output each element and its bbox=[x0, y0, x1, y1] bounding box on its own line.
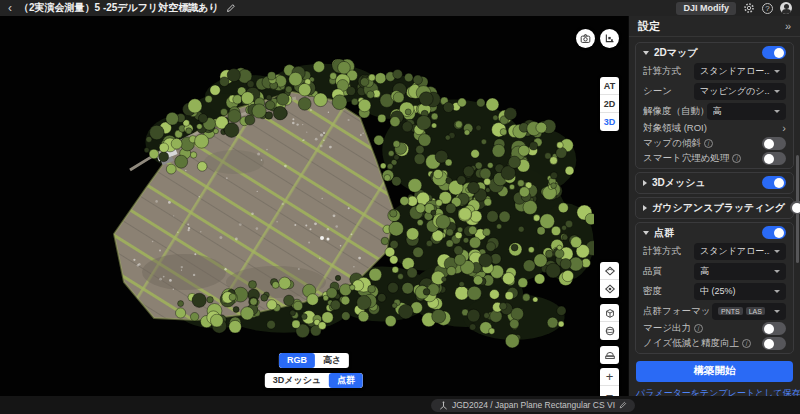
merge-output-toggle[interactable] bbox=[762, 322, 786, 335]
panel-footer: 構築開始 パラメーターをテンプレートとして保存 bbox=[629, 356, 800, 396]
cross-section-icon[interactable] bbox=[600, 346, 619, 364]
start-reconstruction-button[interactable]: 構築開始 bbox=[636, 361, 793, 382]
calc-method-dropdown[interactable]: スタンドアロー... bbox=[694, 63, 786, 80]
view-mode-at[interactable]: AT bbox=[600, 77, 619, 95]
smart-fill-toggle[interactable] bbox=[762, 152, 786, 165]
quality-dropdown[interactable]: 高 bbox=[694, 263, 786, 280]
pc-calc-method-row: 計算方式 スタンドアロー... bbox=[643, 241, 786, 261]
merge-output-label: マージ出力 bbox=[643, 322, 691, 335]
expand-caret-icon[interactable] bbox=[643, 231, 649, 235]
collapse-panel-icon[interactable]: » bbox=[785, 20, 791, 32]
resolution-label: 解像度（自動） bbox=[643, 105, 710, 118]
coordinate-system-pill[interactable]: JGD2024 / Japan Plane Rectangular CS VI bbox=[431, 399, 635, 412]
density-dropdown[interactable]: 中 (25%) bbox=[694, 283, 786, 300]
flatten-tool-icon[interactable] bbox=[600, 262, 619, 280]
pc-calc-method-label: 計算方式 bbox=[643, 245, 681, 258]
noise-reduction-toggle[interactable] bbox=[762, 337, 786, 350]
help-icon[interactable]: ? bbox=[762, 3, 773, 14]
view-mode-2d[interactable]: 2D bbox=[600, 95, 619, 113]
format-label: 点群フォーマット bbox=[643, 305, 720, 318]
back-icon[interactable]: ‹ bbox=[8, 1, 12, 15]
sphere-select-icon[interactable] bbox=[600, 322, 619, 340]
zoom-out-button[interactable]: − bbox=[600, 386, 619, 396]
map-tilt-row: マップの傾斜 i bbox=[643, 136, 786, 151]
scene-label: シーン bbox=[643, 85, 672, 98]
format-tag-pnts: PNTS bbox=[718, 307, 743, 315]
smart-fill-row: スマート穴埋め処理 i bbox=[643, 151, 786, 166]
layer-mesh[interactable]: 3Dメッシュ bbox=[265, 373, 329, 388]
section-3d-mesh: 3Dメッシュ bbox=[635, 172, 794, 194]
scene-dropdown[interactable]: マッピングのシ... bbox=[694, 83, 786, 100]
collapsed-caret-icon[interactable] bbox=[643, 205, 647, 211]
chevron-right-icon[interactable]: › bbox=[782, 123, 786, 134]
section-point-cloud: 点群 計算方式 スタンドアロー... 品質 高 密度 中 (25%) bbox=[635, 222, 794, 354]
scale-ruler-button[interactable] bbox=[600, 29, 619, 48]
resolution-row: 解像度（自動） 高 bbox=[643, 101, 786, 121]
gear-icon[interactable] bbox=[743, 2, 755, 14]
calc-method-label: 計算方式 bbox=[643, 65, 681, 78]
crs-label: JGD2024 / Japan Plane Rectangular CS VI bbox=[452, 400, 615, 410]
roi-row[interactable]: 対象領域 (ROI) › bbox=[643, 121, 786, 136]
collapsed-caret-icon[interactable] bbox=[643, 180, 647, 186]
section-3d-mesh-title: 3Dメッシュ bbox=[652, 176, 757, 190]
dji-modify-badge[interactable]: DJI Modify bbox=[676, 2, 736, 15]
chevron-down-icon bbox=[774, 70, 780, 73]
box-select-icon[interactable] bbox=[600, 304, 619, 322]
info-icon[interactable]: i bbox=[694, 324, 703, 333]
chevron-down-icon bbox=[774, 110, 780, 113]
section-2d-map: 2Dマップ 計算方式 スタンドアロー... シーン マッピングのシ... 解像度… bbox=[635, 42, 794, 169]
expand-caret-icon[interactable] bbox=[643, 51, 649, 55]
cross-section-group bbox=[600, 346, 619, 364]
info-icon[interactable]: i bbox=[732, 154, 741, 163]
gaussian-toggle[interactable] bbox=[790, 201, 800, 214]
clip-tool-group bbox=[600, 304, 619, 340]
edit-crs-icon[interactable] bbox=[619, 401, 627, 409]
format-row: 点群フォーマット i PNTS LAS bbox=[643, 301, 786, 321]
chevron-down-icon bbox=[774, 310, 780, 313]
color-mode-toggle: RGB 高さ bbox=[279, 353, 349, 368]
app-window: ‹ （2実演会測量）5 -25デルフリ対空標識あり DJI Modify ? bbox=[0, 0, 800, 414]
view-mode-3d[interactable]: 3D bbox=[600, 113, 619, 131]
save-template-link[interactable]: パラメーターをテンプレートとして保存 bbox=[636, 387, 793, 397]
settings-panel: 設定 » 2Dマップ 計算方式 スタンドアロー... シーン マッピングのシ..… bbox=[628, 16, 800, 396]
calc-method-row: 計算方式 スタンドアロー... bbox=[643, 61, 786, 81]
edit-title-icon[interactable] bbox=[226, 3, 236, 13]
zoom-in-button[interactable]: + bbox=[600, 368, 619, 386]
color-mode-rgb[interactable]: RGB bbox=[279, 353, 315, 368]
smooth-tool-icon[interactable] bbox=[600, 280, 619, 298]
3d-mesh-toggle[interactable] bbox=[762, 176, 786, 189]
resolution-dropdown[interactable]: 高 bbox=[707, 103, 786, 120]
chevron-down-icon bbox=[774, 290, 780, 293]
format-dropdown[interactable]: PNTS LAS bbox=[712, 303, 786, 320]
merge-output-row: マージ出力 i bbox=[643, 321, 786, 336]
layer-pointcloud[interactable]: 点群 bbox=[329, 373, 363, 388]
screenshot-camera-button[interactable] bbox=[576, 29, 595, 48]
pc-calc-method-dropdown[interactable]: スタンドアロー... bbox=[694, 243, 786, 260]
user-avatar-icon[interactable] bbox=[780, 2, 792, 14]
map-tilt-toggle[interactable] bbox=[762, 137, 786, 150]
point-cloud-3d-view[interactable] bbox=[34, 42, 594, 382]
info-icon[interactable]: i bbox=[742, 339, 751, 348]
annotate-tool-group bbox=[600, 262, 619, 298]
color-mode-height[interactable]: 高さ bbox=[315, 353, 349, 368]
view-mode-switcher: AT 2D 3D bbox=[600, 77, 619, 131]
quality-row: 品質 高 bbox=[643, 261, 786, 281]
map-tilt-label: マップの傾斜 bbox=[643, 137, 701, 150]
quality-label: 品質 bbox=[643, 265, 662, 278]
layer-toggle: 3Dメッシュ 点群 bbox=[265, 373, 363, 388]
noise-reduction-row: ノイズ低減と精度向上 i bbox=[643, 336, 786, 351]
point-cloud-toggle[interactable] bbox=[762, 226, 786, 239]
section-gaussian-title: ガウシアンスプラッティング bbox=[652, 201, 785, 215]
format-tag-las: LAS bbox=[746, 307, 765, 315]
chevron-down-icon bbox=[774, 90, 780, 93]
3d-viewport[interactable]: AT 2D 3D + − bbox=[0, 16, 628, 396]
section-2d-map-title: 2Dマップ bbox=[654, 46, 757, 60]
roi-label: 対象領域 (ROI) bbox=[643, 122, 707, 135]
section-point-cloud-title: 点群 bbox=[654, 226, 757, 240]
scene-row: シーン マッピングのシ... bbox=[643, 81, 786, 101]
chevron-down-icon bbox=[774, 250, 780, 253]
info-icon[interactable]: i bbox=[704, 139, 713, 148]
2d-map-toggle[interactable] bbox=[762, 46, 786, 59]
density-row: 密度 中 (25%) bbox=[643, 281, 786, 301]
settings-header: 設定 » bbox=[629, 16, 800, 37]
